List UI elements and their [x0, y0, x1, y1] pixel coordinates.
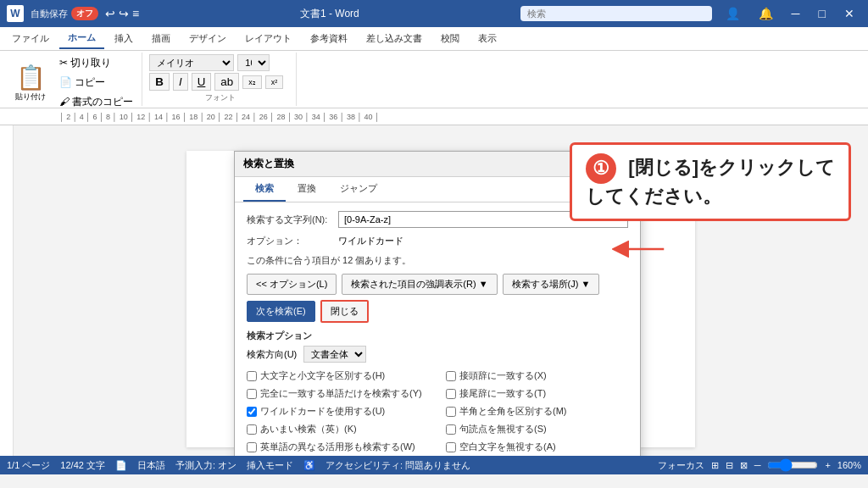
option-fullhalf-checkbox[interactable] [446, 407, 456, 417]
highlight-button[interactable]: 検索された項目の強調表示(R) ▼ [342, 274, 497, 295]
dialog-tab-jump[interactable]: ジャンプ [328, 177, 389, 202]
search-options-title: 検索オプション [247, 330, 628, 342]
dialog-close-icon[interactable]: ✕ [623, 158, 632, 170]
zoom-slider[interactable] [767, 458, 818, 472]
paste-button[interactable]: 📋 貼り付け [8, 60, 53, 106]
tab-home[interactable]: ホーム [59, 28, 104, 49]
autosave-toggle[interactable]: オフ [71, 7, 98, 20]
title-bar: W 自動保存 オフ ↩ ↪ ≡ 文書1 - Word 👤 🔔 ─ □ ✕ [0, 0, 868, 27]
italic-button[interactable]: I [173, 73, 188, 91]
find-in-button[interactable]: 検索する場所(J) ▼ [503, 274, 600, 295]
option-prefix: 接頭辞に一致する(X) [446, 368, 628, 384]
option-fuzzy-en-checkbox[interactable] [247, 424, 257, 435]
option-wildcard-checkbox[interactable] [247, 407, 257, 417]
tab-review[interactable]: 校閲 [432, 29, 468, 48]
zoom-out-icon[interactable]: ─ [754, 460, 761, 470]
dialog-tab-replace[interactable]: 置換 [286, 177, 328, 202]
search-input[interactable] [338, 211, 628, 228]
option-punctuation: 句読点を無視する(S) [446, 421, 628, 437]
tab-insert[interactable]: 挿入 [106, 29, 142, 48]
underline-button[interactable]: U [192, 73, 212, 91]
tab-references[interactable]: 参考資料 [302, 29, 356, 48]
option-case-checkbox[interactable] [247, 371, 257, 381]
option-fuzzy-en: あいまい検索（英）(K) [247, 421, 429, 437]
search-dir-row: 検索方向(U) 文書全体 [247, 346, 628, 363]
paste-icon: 📋 [16, 64, 46, 92]
view-print-icon[interactable]: ⊠ [740, 460, 748, 471]
tab-draw[interactable]: 描画 [143, 29, 179, 48]
view-read-icon[interactable]: ⊟ [726, 460, 733, 471]
option-conjugation: 英単語の異なる活用形も検索する(W) [247, 439, 429, 455]
status-bar: 1/1 ページ 12/42 文字 📄 日本語 予測入力: オン 挿入モード ♿ … [0, 456, 868, 474]
title-search-input[interactable] [520, 6, 712, 21]
tab-design[interactable]: デザイン [181, 29, 235, 48]
match-count: この条件に合う項目が 12 個あります。 [247, 254, 628, 267]
option-fuzzy-en-label: あいまい検索（英）(K) [260, 423, 357, 435]
superscript-button[interactable]: x² [265, 75, 284, 89]
option-prefix-checkbox[interactable] [446, 371, 456, 381]
tab-view[interactable]: 表示 [470, 29, 505, 48]
option-suffix-label: 接尾辞に一致する(T) [459, 387, 546, 400]
undo-icon[interactable]: ↩ [105, 7, 115, 20]
user-icon: 👤 [719, 5, 747, 22]
option-whitespace: 空白文字を無視する(A) [446, 439, 628, 455]
close-dialog-button[interactable]: 閉じる [320, 300, 369, 323]
option-conjugation-label: 英単語の異なる活用形も検索する(W) [260, 441, 415, 453]
view-normal-icon[interactable]: ⊞ [711, 460, 719, 471]
font-size-select[interactable]: 10.5 [237, 54, 270, 71]
options-grid: 大文字と小文字を区別する(H) 接頭辞に一致する(X) 完全に一致する単語だけを… [247, 368, 628, 456]
close-button[interactable]: ✕ [837, 5, 861, 22]
strikethrough-button[interactable]: ab [214, 73, 239, 91]
left-sidebar [0, 125, 14, 456]
find-next-button[interactable]: 次を検索(E) [247, 301, 315, 322]
autosave-label: 自動保存 [31, 8, 68, 20]
option-whitespace-label: 空白文字を無視する(A) [459, 441, 556, 453]
tab-mailings[interactable]: 差し込み文書 [358, 29, 431, 48]
redo-icon[interactable]: ↪ [119, 7, 129, 20]
status-accessibility-icon: ♿ [303, 460, 315, 471]
minimize-button[interactable]: ─ [785, 5, 807, 22]
subscript-button[interactable]: x₂ [242, 75, 262, 89]
ribbon: 📋 貼り付け ✂ 切り取り 📄 コピー 🖌 書式のコピー クリップボード メイリ… [0, 51, 868, 108]
ribbon-tab-bar: ファイル ホーム 挿入 描画 デザイン レイアウト 参考資料 差し込み文書 校閲… [0, 27, 868, 51]
zoom-level: 160% [837, 460, 861, 470]
status-accessibility: アクセシビリティ: 問題ありません [326, 459, 470, 472]
option-suffix-checkbox[interactable] [446, 389, 456, 399]
restore-button[interactable]: □ [812, 5, 832, 22]
more-icon[interactable]: ≡ [132, 7, 139, 20]
status-words: 12/42 文字 [60, 459, 105, 472]
copy-button[interactable]: 📄 コピー [56, 74, 136, 92]
find-replace-dialog: 検索と置換 ✕ 検索 置換 ジャンプ 検索する文字列(N): オプション： ワイ… [234, 151, 641, 456]
dialog-tab-search[interactable]: 検索 [243, 177, 286, 202]
cut-copy-btns: ✂ 切り取り 📄 コピー 🖌 書式のコピー [56, 54, 136, 111]
cut-button[interactable]: ✂ 切り取り [56, 54, 136, 72]
option-fullhalf: 半角と全角を区別する(M) [446, 403, 628, 419]
app-icon: W [7, 5, 24, 22]
clipboard-content: 📋 貼り付け ✂ 切り取り 📄 コピー 🖌 書式のコピー [8, 54, 136, 111]
option-whole-word-checkbox[interactable] [247, 389, 257, 399]
search-input-row: 検索する文字列(N): [247, 211, 628, 228]
dialog-title: 検索と置換 [243, 157, 294, 171]
status-prediction: 予測入力: オン [175, 459, 236, 472]
undo-redo-group: ↩ ↪ ≡ [105, 7, 139, 20]
search-dir-select[interactable]: 文書全体 [303, 346, 366, 363]
option-fullhalf-label: 半角と全角を区別する(M) [459, 405, 567, 418]
bold-button[interactable]: B [149, 73, 170, 91]
doc-container: この文章は全 １２３ ４５ ＡＢＣ ＤＥ [0, 125, 868, 456]
zoom-in-icon[interactable]: + [825, 460, 830, 470]
option-punctuation-checkbox[interactable] [446, 424, 456, 435]
status-language-icon: 📄 [115, 460, 127, 471]
tab-file[interactable]: ファイル [3, 29, 58, 48]
options-toggle-button[interactable]: << オプション(L) [247, 274, 337, 295]
font-name-select[interactable]: メイリオ [149, 54, 234, 71]
paste-label: 貼り付け [15, 92, 46, 103]
option-whitespace-checkbox[interactable] [446, 442, 456, 452]
option-conjugation-checkbox[interactable] [247, 442, 257, 452]
bell-icon: 🔔 [752, 5, 780, 22]
option-punctuation-label: 句読点を無視する(S) [459, 423, 547, 435]
tab-layout[interactable]: レイアウト [236, 29, 300, 48]
option-whole-word: 完全に一致する単語だけを検索する(Y) [247, 385, 429, 402]
options-label: オプション： [247, 235, 331, 247]
focus-label: フォーカス [658, 459, 704, 472]
font-label: フォント [149, 92, 291, 103]
